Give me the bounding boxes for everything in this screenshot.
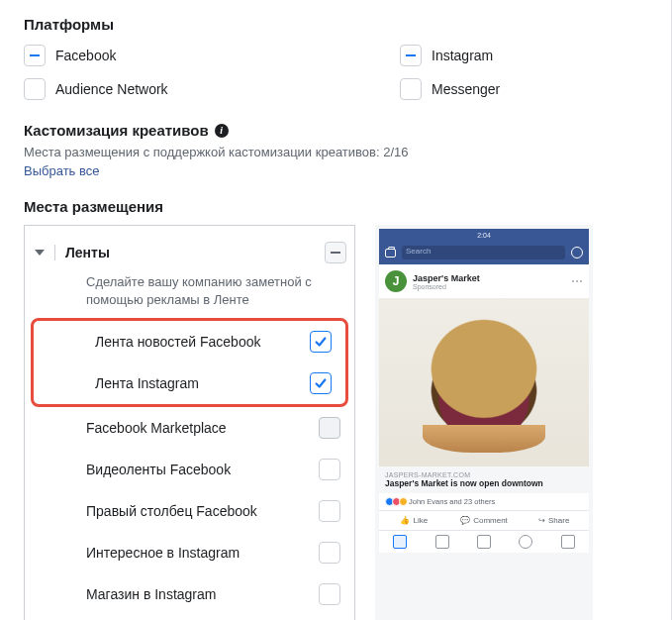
search-field: Search (402, 246, 565, 259)
platform-audience-network[interactable]: Audience Network (24, 78, 222, 100)
platform-label: Facebook (55, 48, 116, 63)
camera-icon (385, 249, 396, 258)
info-icon[interactable]: i (215, 124, 229, 138)
ad-headline: Jasper's Market is now open downtown (385, 478, 583, 488)
phone-tabbar (379, 530, 589, 553)
checkbox-empty-icon[interactable] (24, 78, 46, 100)
post-header: J Jasper's Market Sponsored ⋯ (379, 264, 589, 298)
ad-domain: JASPERS-MARKET.COM (385, 471, 583, 478)
checkbox-empty[interactable] (319, 542, 340, 564)
platform-instagram[interactable]: Instagram (400, 45, 598, 66)
checkbox-partial-icon[interactable] (400, 45, 422, 66)
share-button: ↪Share (519, 511, 589, 530)
placements-group-title: Ленты (65, 245, 315, 260)
customization-subtext: Места размещения с поддержкой кастомизац… (24, 145, 648, 159)
collapse-button[interactable] (325, 242, 346, 263)
tab-video-icon (435, 535, 449, 549)
platform-messenger[interactable]: Messenger (400, 78, 598, 100)
ad-headline-bar: JASPERS-MARKET.COM Jasper's Market is no… (379, 466, 589, 493)
placement-facebook-feed[interactable]: Лента новостей Facebook (34, 321, 345, 362)
placements-tree: Ленты Сделайте вашу компанию заметной с … (24, 225, 355, 620)
customization-heading: Кастомизация креативов i (24, 122, 648, 139)
preview-column: 2:04 Search J Jasper's Market Sponsored … (375, 225, 593, 620)
checkbox-checked[interactable] (310, 372, 332, 394)
checkbox-empty[interactable] (319, 417, 340, 439)
checkbox-partial-icon[interactable] (24, 45, 46, 66)
check-icon (314, 335, 328, 349)
platform-facebook[interactable]: Facebook (24, 45, 222, 66)
post-page-name: Jasper's Market (413, 273, 480, 283)
platform-label: Messenger (432, 81, 500, 97)
comment-icon: 💬 (460, 516, 470, 525)
share-icon: ↪ (538, 516, 545, 525)
placement-facebook-right-column[interactable]: Правый столбец Facebook (25, 490, 354, 532)
tab-market-icon (477, 535, 491, 549)
platform-label: Audience Network (55, 81, 168, 97)
post-actions: 👍Like 💬Comment ↪Share (379, 510, 589, 530)
platforms-heading: Платформы (24, 16, 648, 33)
reactions-row: John Evans and 23 others (379, 493, 589, 510)
placement-instagram-feed[interactable]: Лента Instagram (34, 362, 345, 404)
checkbox-checked[interactable] (310, 331, 332, 353)
sponsored-label: Sponsored (413, 283, 480, 290)
checkbox-empty[interactable] (319, 583, 340, 605)
checkbox-empty[interactable] (319, 500, 340, 522)
phone-status-bar: 2:04 (379, 229, 589, 241)
check-icon (314, 376, 328, 390)
comment-button: 💬Comment (449, 511, 520, 530)
checkbox-empty-icon[interactable] (400, 78, 422, 100)
ad-image (379, 298, 589, 466)
messenger-icon (571, 247, 583, 258)
reaction-icons (385, 497, 406, 506)
tab-notif-icon (519, 535, 532, 549)
phone-topbar: Search (379, 241, 589, 264)
more-icon: ⋯ (571, 274, 583, 288)
placement-facebook-video-feeds[interactable]: Видеоленты Facebook (25, 449, 354, 490)
like-button: 👍Like (379, 511, 449, 530)
tab-menu-icon (561, 535, 575, 549)
checkbox-empty[interactable] (319, 459, 340, 480)
platform-label: Instagram (432, 48, 493, 63)
avatar: J (385, 270, 407, 292)
placement-facebook-marketplace[interactable]: Facebook Marketplace (25, 407, 354, 449)
tab-feed-icon (393, 535, 407, 549)
placement-messenger-inbox[interactable]: Входящие Messenger (25, 615, 354, 620)
phone-mockup: 2:04 Search J Jasper's Market Sponsored … (375, 225, 593, 620)
select-all-link[interactable]: Выбрать все (24, 163, 99, 178)
placement-instagram-shop[interactable]: Магазин в Instagram (25, 573, 354, 615)
placements-group-header[interactable]: Ленты (25, 236, 354, 269)
highlight-box: Лента новостей Facebook Лента Instagram (31, 318, 348, 407)
placements-group-desc: Сделайте вашу компанию заметной с помощь… (25, 269, 354, 318)
placement-instagram-explore[interactable]: Интересное в Instagram (25, 532, 354, 573)
placements-heading: Места размещения (24, 198, 648, 215)
caret-down-icon (35, 250, 45, 256)
thumb-icon: 👍 (400, 516, 410, 525)
